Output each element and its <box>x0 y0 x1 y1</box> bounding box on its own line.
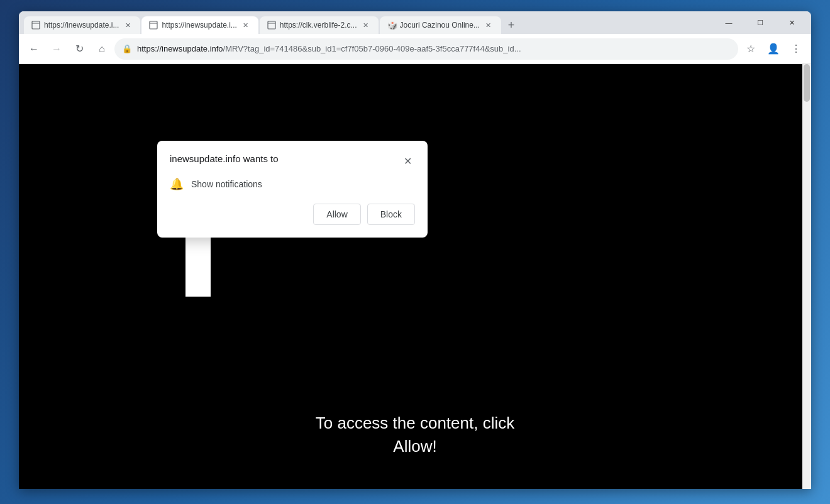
browser-window: https://inewsupdate.i... ✕ https://inews… <box>19 11 811 489</box>
profile-button[interactable]: 👤 <box>763 39 783 59</box>
permission-text: Show notifications <box>191 179 262 189</box>
tab-4-title: Jocuri Cazinou Online... <box>400 21 480 30</box>
svg-rect-4 <box>268 21 275 29</box>
bell-icon: 🔔 <box>170 177 184 191</box>
notification-popup: inewsupdate.info wants to ✕ 🔔 Show notif… <box>157 141 428 238</box>
address-text: https://inewsupdate.info/MRV?tag_id=7414… <box>137 44 731 53</box>
tab-4-close[interactable]: ✕ <box>484 20 494 30</box>
tab-2-favicon <box>149 21 158 30</box>
desktop: https://inewsupdate.i... ✕ https://inews… <box>0 0 830 504</box>
address-bar[interactable]: 🔒 https://inewsupdate.info/MRV?tag_id=74… <box>114 38 738 60</box>
url-base: https://inewsupdate.info <box>137 44 223 53</box>
tab-1[interactable]: https://inewsupdate.i... ✕ <box>24 16 140 34</box>
close-button[interactable]: ✕ <box>777 13 806 33</box>
popup-title: inewsupdate.info wants to <box>170 153 279 164</box>
tab-2-title: https://inewsupdate.i... <box>162 21 236 30</box>
home-button[interactable]: ⌂ <box>92 39 112 59</box>
tab-3-title: https://clk.verblife-2.c... <box>280 21 357 30</box>
back-button[interactable]: ← <box>24 39 44 59</box>
forward-button[interactable]: → <box>47 39 67 59</box>
tab-4[interactable]: 🎲 Jocuri Cazinou Online... ✕ <box>380 16 501 34</box>
scrollbar[interactable] <box>802 64 811 489</box>
instruction-line2: Allow! <box>316 435 514 457</box>
tab-1-close[interactable]: ✕ <box>123 20 133 30</box>
reload-button[interactable]: ↻ <box>69 39 89 59</box>
bookmark-button[interactable]: ☆ <box>741 39 761 59</box>
tab-2-close[interactable]: ✕ <box>241 20 251 30</box>
scrollbar-thumb[interactable] <box>804 64 810 102</box>
tab-1-title: https://inewsupdate.i... <box>44 21 119 30</box>
url-path: /MRV?tag_id=741486&sub_id1=cf7f05b7-0960… <box>223 44 521 53</box>
new-tab-button[interactable]: + <box>502 16 520 34</box>
maximize-button[interactable]: ☐ <box>746 13 775 33</box>
nav-bar: ← → ↻ ⌂ 🔒 https://inewsupdate.info/MRV?t… <box>19 34 811 64</box>
title-bar: https://inewsupdate.i... ✕ https://inews… <box>19 11 811 34</box>
popup-close-button[interactable]: ✕ <box>400 153 415 168</box>
svg-rect-0 <box>32 21 40 29</box>
tab-1-favicon <box>31 21 40 30</box>
instruction-line1: To access the content, click <box>316 412 514 434</box>
menu-button[interactable]: ⋮ <box>786 39 806 59</box>
minimize-button[interactable]: — <box>714 13 743 33</box>
page-content: To access the content, click Allow! inew… <box>19 64 811 489</box>
tabs-container: https://inewsupdate.i... ✕ https://inews… <box>24 11 709 34</box>
popup-buttons: Allow Block <box>170 204 415 225</box>
window-controls: — ☐ ✕ <box>714 13 806 33</box>
popup-permission-row: 🔔 Show notifications <box>170 177 415 191</box>
tab-2[interactable]: https://inewsupdate.i... ✕ <box>141 16 258 34</box>
tab-3-close[interactable]: ✕ <box>361 20 371 30</box>
tab-3[interactable]: https://clk.verblife-2.c... ✕ <box>260 16 379 34</box>
block-button[interactable]: Block <box>367 204 415 225</box>
lock-icon: 🔒 <box>122 44 132 53</box>
page-instruction-text: To access the content, click Allow! <box>316 412 514 457</box>
popup-header: inewsupdate.info wants to ✕ <box>170 153 415 168</box>
tab-4-favicon: 🎲 <box>387 21 396 30</box>
svg-rect-2 <box>150 21 157 29</box>
tab-3-favicon <box>267 21 276 30</box>
allow-button[interactable]: Allow <box>313 204 360 225</box>
